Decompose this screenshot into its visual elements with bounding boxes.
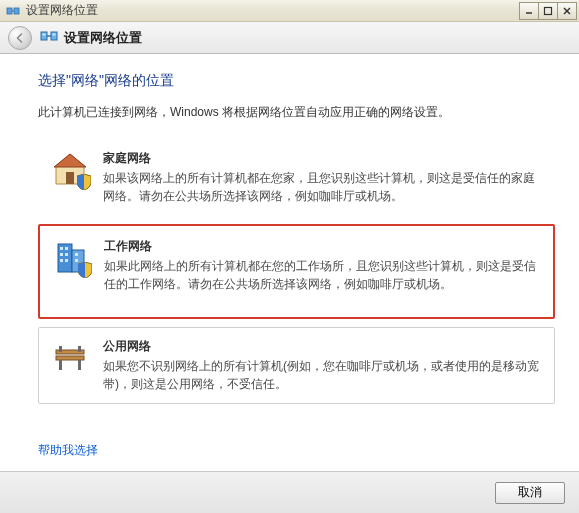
svg-rect-4 (545, 7, 552, 14)
content-area: 选择"网络"网络的位置 此计算机已连接到网络，Windows 将根据网络位置自动… (0, 54, 579, 471)
option-work[interactable]: 工作网络 如果此网络上的所有计算机都在您的工作场所，且您识别这些计算机，则这是受… (38, 224, 555, 319)
svg-rect-30 (78, 346, 81, 352)
page-subtext: 此计算机已连接到网络，Windows 将根据网络位置自动应用正确的网络设置。 (38, 104, 555, 121)
svg-rect-17 (60, 247, 63, 250)
close-button[interactable] (557, 2, 577, 20)
svg-rect-14 (66, 172, 74, 184)
option-public-title: 公用网络 (103, 338, 542, 355)
cancel-button[interactable]: 取消 (495, 482, 565, 504)
svg-rect-1 (14, 8, 19, 14)
option-home[interactable]: 家庭网络 如果该网络上的所有计算机都在您家，且您识别这些计算机，则这是受信任的家… (38, 139, 555, 216)
shield-icon (77, 174, 91, 190)
svg-rect-8 (51, 32, 57, 40)
svg-rect-20 (65, 253, 68, 256)
back-button[interactable] (8, 26, 32, 50)
option-work-desc: 如果此网络上的所有计算机都在您的工作场所，且您识别这些计算机，则这是受信任的工作… (104, 257, 541, 293)
help-link[interactable]: 帮助我选择 (38, 442, 98, 459)
network-icon (40, 27, 58, 48)
svg-rect-23 (75, 253, 78, 256)
svg-rect-22 (65, 259, 68, 262)
svg-marker-13 (54, 154, 86, 167)
svg-rect-0 (7, 8, 12, 14)
nav-title-group: 设置网络位置 (40, 27, 142, 48)
svg-rect-21 (60, 259, 63, 262)
option-public-desc: 如果您不识别网络上的所有计算机(例如，您在咖啡厅或机场，或者使用的是移动宽带)，… (103, 357, 542, 393)
app-icon (6, 4, 20, 18)
svg-rect-10 (43, 34, 46, 36)
building-icon (52, 238, 90, 276)
option-public[interactable]: 公用网络 如果您不识别网络上的所有计算机(例如，您在咖啡厅或机场，或者使用的是移… (38, 327, 555, 404)
nav-header: 设置网络位置 (0, 22, 579, 54)
option-home-title: 家庭网络 (103, 150, 542, 167)
nav-title: 设置网络位置 (64, 29, 142, 47)
window: 设置网络位置 (0, 0, 579, 513)
svg-rect-29 (59, 346, 62, 352)
svg-rect-27 (59, 360, 62, 370)
svg-rect-26 (56, 356, 84, 360)
svg-rect-11 (53, 34, 56, 36)
svg-rect-7 (41, 32, 47, 40)
titlebar-buttons (520, 2, 577, 20)
svg-rect-18 (65, 247, 68, 250)
option-work-title: 工作网络 (104, 238, 541, 255)
titlebar: 设置网络位置 (0, 0, 579, 22)
svg-rect-19 (60, 253, 63, 256)
option-home-desc: 如果该网络上的所有计算机都在您家，且您识别这些计算机，则这是受信任的家庭网络。请… (103, 169, 542, 205)
maximize-button[interactable] (538, 2, 558, 20)
svg-rect-28 (78, 360, 81, 370)
page-heading: 选择"网络"网络的位置 (38, 72, 555, 90)
window-title: 设置网络位置 (26, 2, 520, 19)
home-icon (51, 150, 89, 188)
footer: 取消 (0, 471, 579, 513)
shield-icon (78, 262, 92, 278)
minimize-button[interactable] (519, 2, 539, 20)
bench-icon (51, 338, 89, 376)
